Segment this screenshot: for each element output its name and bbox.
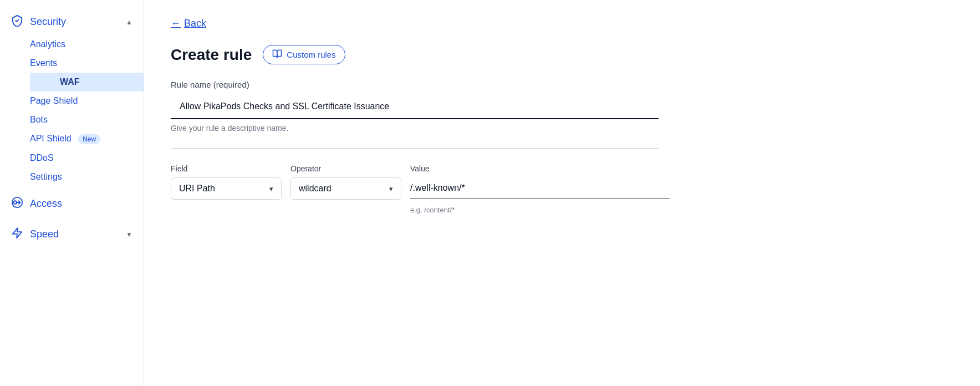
security-chevron: ▲ bbox=[126, 18, 132, 26]
api-shield-new-badge: New bbox=[78, 134, 100, 144]
field-col: Field URI Path ▾ bbox=[171, 164, 282, 200]
field-value: URI Path bbox=[179, 184, 215, 194]
main-content: ← Back Create rule Custom rules Rule nam… bbox=[144, 0, 980, 386]
rule-name-helper: Give your rule a descriptive name. bbox=[171, 124, 670, 133]
page-header: Create rule Custom rules bbox=[171, 45, 953, 64]
speed-chevron: ▼ bbox=[126, 231, 132, 238]
svg-marker-2 bbox=[13, 228, 22, 238]
sidebar-item-speed[interactable]: Speed ▼ bbox=[0, 221, 144, 247]
create-rule-form: Rule name (required) Give your rule a de… bbox=[171, 80, 670, 214]
field-chevron-down-icon: ▾ bbox=[269, 185, 273, 193]
sidebar-item-ddos[interactable]: DDoS bbox=[30, 149, 144, 167]
book-icon bbox=[272, 49, 282, 60]
sidebar-access-label: Access bbox=[30, 198, 62, 210]
sidebar-section-speed: Speed ▼ bbox=[0, 221, 144, 247]
operator-label: Operator bbox=[290, 164, 401, 173]
custom-rules-label: Custom rules bbox=[287, 50, 335, 59]
sidebar-item-api-shield[interactable]: API Shield New bbox=[30, 129, 144, 149]
back-arrow-icon: ← bbox=[171, 18, 181, 29]
custom-rules-button[interactable]: Custom rules bbox=[263, 45, 345, 64]
back-link-label: Back bbox=[184, 18, 206, 29]
value-label: Value bbox=[410, 164, 670, 173]
sidebar-section-security: Security ▲ Analytics Events WAF Page Shi… bbox=[0, 9, 144, 186]
rule-name-field: Rule name (required) Give your rule a de… bbox=[171, 80, 670, 133]
filter-row: Field URI Path ▾ Operator wildcard ▾ Val… bbox=[171, 164, 670, 214]
rule-name-label: Rule name (required) bbox=[171, 80, 670, 89]
page-title: Create rule bbox=[171, 46, 252, 64]
value-input-wrapper bbox=[410, 177, 670, 199]
sidebar: Security ▲ Analytics Events WAF Page Shi… bbox=[0, 0, 144, 386]
shield-icon bbox=[11, 14, 23, 29]
sidebar-item-events[interactable]: Events bbox=[30, 54, 144, 73]
operator-value: wildcard bbox=[299, 184, 331, 194]
back-link[interactable]: ← Back bbox=[171, 18, 206, 29]
value-col: Value e.g. /content/* bbox=[410, 164, 670, 214]
operator-chevron-down-icon: ▾ bbox=[389, 185, 393, 193]
sidebar-speed-label: Speed bbox=[30, 228, 59, 240]
sidebar-item-access[interactable]: Access bbox=[0, 191, 144, 217]
field-label: Field bbox=[171, 164, 282, 173]
sidebar-item-waf[interactable]: WAF bbox=[30, 73, 144, 92]
sidebar-sub-items-security: Analytics Events WAF Page Shield Bots AP… bbox=[0, 35, 144, 186]
rule-name-input[interactable] bbox=[171, 95, 659, 119]
sidebar-item-page-shield[interactable]: Page Shield bbox=[30, 92, 144, 110]
sidebar-item-settings[interactable]: Settings bbox=[30, 167, 144, 186]
sidebar-item-security[interactable]: Security ▲ bbox=[0, 9, 144, 35]
sidebar-section-access: Access bbox=[0, 191, 144, 217]
operator-col: Operator wildcard ▾ bbox=[290, 164, 401, 200]
sidebar-item-bots[interactable]: Bots bbox=[30, 110, 144, 129]
form-divider bbox=[171, 148, 659, 149]
operator-dropdown[interactable]: wildcard ▾ bbox=[290, 177, 401, 200]
access-icon bbox=[11, 196, 23, 211]
field-dropdown[interactable]: URI Path ▾ bbox=[171, 177, 282, 200]
sidebar-security-label: Security bbox=[30, 16, 66, 28]
value-helper: e.g. /content/* bbox=[410, 206, 670, 214]
value-input[interactable] bbox=[410, 183, 670, 193]
speed-icon bbox=[11, 227, 23, 242]
sidebar-item-analytics[interactable]: Analytics bbox=[30, 35, 144, 54]
